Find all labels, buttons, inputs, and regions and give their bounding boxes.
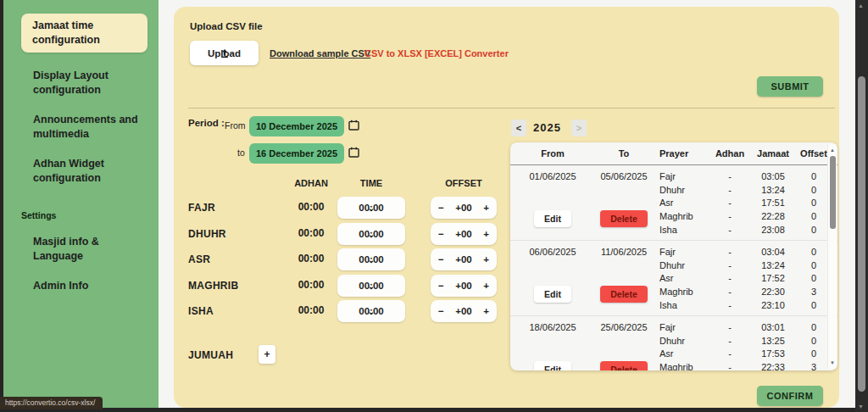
offset-minus-button[interactable]: −: [438, 281, 444, 291]
form-header-time: TIME: [337, 178, 405, 188]
offset-minus-button[interactable]: −: [438, 306, 444, 316]
adhan-time-value: 00:00: [277, 201, 345, 213]
table-scrollbar-thumb[interactable]: [830, 156, 836, 229]
prayer-cell: Fajr: [659, 171, 710, 181]
page-scrollbar-thumb[interactable]: [858, 76, 865, 392]
prayer-cell: Asr: [659, 273, 710, 283]
adhan-cell: -: [710, 348, 749, 359]
offset-cell: 0: [797, 247, 831, 257]
offset-plus-button[interactable]: +: [483, 254, 489, 264]
offset-plus-button[interactable]: +: [483, 306, 489, 316]
section-divider: [188, 108, 835, 109]
offset-stepper: −+00+: [431, 300, 497, 322]
table-row: Maghrib-22:333: [659, 360, 837, 370]
sidebar-section-settings: Settings: [21, 210, 159, 220]
sidebar-item-jamaat-time-configuration[interactable]: Jamaat time configuration: [21, 14, 147, 53]
time-select[interactable]: 00:00⌄: [337, 223, 405, 245]
upload-csv-title: Upload CSV file: [190, 21, 263, 31]
confirm-button[interactable]: CONFIRM: [757, 386, 823, 406]
edit-button[interactable]: Edit: [534, 361, 571, 370]
delete-button[interactable]: Delete: [600, 361, 648, 370]
window-left-edge: [0, 0, 3, 412]
column-header-jamaat: Jamaat: [749, 148, 797, 159]
prayer-cell: Isha: [659, 300, 710, 310]
adhan-time-value: 00:00: [277, 227, 345, 239]
sidebar-item-display-layout-configuration[interactable]: Display Layout configuration: [33, 69, 147, 97]
adhan-cell: -: [710, 198, 749, 208]
sidebar-item-adhan-widget-configuration[interactable]: Adhan Widget configuration: [33, 157, 147, 185]
offset-value: +00: [455, 281, 472, 291]
adhan-time-value: 00:00: [277, 279, 345, 291]
prayer-name: ASR: [188, 253, 210, 265]
prayer-cell: Fajr: [659, 247, 710, 257]
year-prev-button[interactable]: <: [511, 120, 526, 136]
time-select-value: 00:00: [359, 281, 383, 291]
table-row: Maghrib-22:280: [659, 209, 837, 223]
jumuah-add-button[interactable]: +: [259, 345, 275, 364]
prayer-cell: Dhuhr: [659, 336, 710, 346]
table-row: Isha-23:080: [659, 223, 837, 237]
adhan-cell: -: [710, 322, 749, 332]
prayer-form-row-fajr: FAJR 00:00 00:00⌄ −+00+: [174, 197, 509, 220]
delete-button[interactable]: Delete: [600, 286, 648, 303]
calendar-icon[interactable]: [348, 119, 359, 134]
prayer-cell: Maghrib: [659, 211, 710, 221]
form-header-offset: OFFSET: [431, 178, 497, 188]
upload-button[interactable]: Upload: [190, 41, 259, 65]
offset-minus-button[interactable]: −: [438, 254, 444, 264]
sidebar-item-announcements-multimedia[interactable]: Announcements and multimedia: [33, 113, 147, 141]
prayer-form-row-asr: ASR 00:00 00:00⌄ −+00+: [174, 248, 509, 272]
offset-cell: 3: [797, 362, 831, 370]
jamaat-cell: 13:24: [749, 185, 797, 195]
delete-button[interactable]: Delete: [600, 210, 648, 227]
sidebar-item-masjid-info-language[interactable]: Masjid info & Language: [33, 235, 147, 263]
offset-plus-button[interactable]: +: [483, 229, 489, 239]
time-select[interactable]: 00:00⌄: [337, 248, 405, 270]
jamaat-cell: 03:04: [749, 247, 797, 257]
offset-plus-button[interactable]: +: [483, 203, 489, 213]
time-select[interactable]: 00:00⌄: [337, 275, 405, 297]
time-select[interactable]: 00:00⌄: [337, 197, 405, 219]
period-from-date-button[interactable]: 10 December 2025: [249, 116, 344, 136]
offset-stepper: −+00+: [431, 223, 497, 245]
page-scrollbar[interactable]: ▲ ▼: [855, 0, 868, 412]
scroll-down-icon[interactable]: ▼: [830, 360, 835, 365]
table-row: Dhuhr-13:250: [659, 334, 837, 348]
window-bottom-edge: [0, 408, 868, 412]
table-row: Maghrib-22:303: [659, 285, 837, 298]
offset-value: +00: [455, 254, 472, 264]
offset-minus-button[interactable]: −: [438, 203, 444, 213]
offset-cell: 0: [797, 322, 831, 332]
calendar-icon[interactable]: [348, 146, 359, 161]
year-next-button[interactable]: >: [571, 120, 587, 136]
offset-cell: 3: [797, 287, 831, 297]
prayer-name: DHUHR: [188, 228, 226, 240]
main-panel: Upload CSV file Upload Download sample C…: [174, 7, 839, 408]
sidebar-item-admin-info[interactable]: Admin Info: [33, 279, 147, 293]
prayer-cell: Asr: [659, 198, 710, 208]
edit-button[interactable]: Edit: [534, 210, 571, 227]
edit-button[interactable]: Edit: [534, 286, 571, 303]
submit-button[interactable]: SUBMIT: [757, 76, 823, 97]
csv-to-xlsx-converter-link[interactable]: CSV to XLSX [EXCEL] Converter: [364, 48, 509, 58]
time-select[interactable]: 00:00⌄: [337, 300, 405, 322]
offset-cell: 0: [797, 225, 831, 235]
period-to-date-button[interactable]: 16 December 2025: [249, 143, 344, 164]
table-row: Asr-17:510: [659, 197, 837, 210]
scroll-up-icon[interactable]: ▲: [858, 3, 864, 8]
offset-value: +00: [455, 203, 472, 213]
schedule-table-header: From To Prayer Adhan Jamaat Offset: [510, 142, 837, 165]
download-sample-csv-link[interactable]: Download sample CSV: [270, 48, 370, 58]
offset-cell: 0: [797, 300, 831, 310]
prayer-form-row-maghrib: MAGHRIB 00:00 00:00⌄ −+00+: [174, 275, 509, 298]
year-label: 2025: [533, 121, 561, 134]
scroll-up-icon[interactable]: ▲: [830, 148, 835, 153]
offset-plus-button[interactable]: +: [483, 281, 489, 291]
adhan-cell: -: [710, 211, 749, 221]
offset-cell: 0: [797, 171, 831, 181]
table-row: Isha-23:100: [659, 298, 837, 312]
offset-minus-button[interactable]: −: [438, 229, 444, 239]
time-select-value: 00:00: [359, 229, 383, 239]
scroll-down-icon[interactable]: ▼: [858, 404, 864, 409]
table-scrollbar[interactable]: ▲ ▼: [827, 144, 837, 369]
